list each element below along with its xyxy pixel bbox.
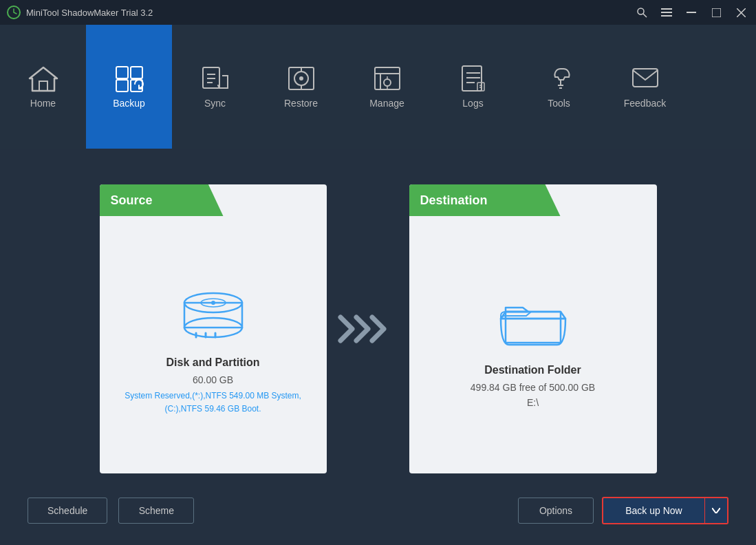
- source-card[interactable]: Source Disk and Pa: [100, 184, 327, 473]
- svg-marker-10: [30, 67, 57, 91]
- destination-header-label: Destination: [420, 193, 488, 208]
- nav-backup-label: Backup: [113, 98, 145, 109]
- nav-logs-label: Logs: [462, 98, 483, 109]
- backup-now-button[interactable]: Back up Now: [602, 497, 705, 524]
- app-logo-icon: [7, 6, 21, 19]
- svg-rect-13: [131, 67, 142, 78]
- nav-item-sync[interactable]: Sync: [172, 25, 258, 149]
- nav-item-tools[interactable]: Tools: [516, 25, 602, 149]
- backup-now-group: Back up Now: [602, 497, 728, 524]
- destination-folder-icon: [495, 291, 571, 353]
- svg-rect-12: [116, 67, 128, 78]
- svg-rect-11: [39, 81, 47, 91]
- bottom-right-buttons: Options Back up Now: [518, 497, 728, 524]
- destination-free-space: 499.84 GB free of 500.00 GB: [471, 382, 595, 393]
- nav-item-manage[interactable]: Manage: [344, 25, 430, 149]
- svg-rect-7: [712, 8, 721, 17]
- svg-rect-15: [131, 80, 142, 92]
- titlebar-left: MiniTool ShadowMaker Trial 3.2: [7, 6, 153, 19]
- backup-icon: [114, 65, 144, 92]
- options-button[interactable]: Options: [518, 498, 594, 524]
- destination-path: E:\: [527, 397, 539, 408]
- nav-item-feedback[interactable]: Feedback: [602, 25, 688, 149]
- nav-item-home[interactable]: Home: [0, 25, 86, 149]
- app-title: MiniTool ShadowMaker Trial 3.2: [26, 8, 153, 18]
- navbar: Home Backup Sync: [0, 25, 756, 149]
- menu-icon[interactable]: [658, 4, 675, 21]
- nav-item-backup[interactable]: Backup: [86, 25, 172, 149]
- main-content: Source Disk and Pa: [0, 149, 756, 545]
- svg-point-28: [384, 79, 391, 86]
- backup-now-dropdown-button[interactable]: [705, 497, 728, 524]
- sync-icon: [200, 65, 230, 92]
- minimize-icon[interactable]: [683, 4, 700, 21]
- bottom-left-buttons: Schedule Scheme: [28, 498, 194, 524]
- logs-icon: [458, 65, 488, 92]
- home-icon: [28, 65, 58, 92]
- nav-restore-label: Restore: [284, 98, 318, 109]
- svg-point-46: [211, 301, 215, 305]
- titlebar: MiniTool ShadowMaker Trial 3.2: [0, 0, 756, 25]
- svg-rect-14: [116, 80, 128, 92]
- restore-icon: [286, 65, 316, 92]
- bottom-bar: Schedule Scheme Options Back up Now: [28, 489, 728, 524]
- cards-row: Source Disk and Pa: [28, 169, 728, 489]
- nav-home-label: Home: [30, 98, 56, 109]
- close-icon[interactable]: [733, 4, 749, 21]
- destination-card[interactable]: Destination Destination Folder 499.84 GB…: [409, 184, 657, 473]
- source-details: System Reserved,(*:),NTFS 549.00 MB Syst…: [125, 389, 301, 416]
- destination-title: Destination Folder: [484, 364, 581, 376]
- nav-sync-label: Sync: [204, 98, 226, 109]
- scheme-button[interactable]: Scheme: [118, 498, 194, 524]
- svg-rect-3: [661, 8, 672, 10]
- feedback-icon: [630, 65, 660, 92]
- tools-icon: [544, 65, 574, 92]
- arrow-container: [327, 312, 409, 346]
- schedule-button[interactable]: Schedule: [28, 498, 107, 524]
- nav-feedback-label: Feedback: [624, 98, 666, 109]
- svg-line-2: [643, 14, 647, 17]
- svg-rect-5: [661, 15, 672, 17]
- svg-point-22: [299, 76, 303, 81]
- source-title: Disk and Partition: [166, 356, 259, 369]
- source-size: 60.00 GB: [193, 374, 233, 385]
- nav-item-logs[interactable]: Logs: [430, 25, 516, 149]
- titlebar-controls: [634, 4, 749, 21]
- svg-rect-4: [661, 12, 672, 13]
- nav-item-restore[interactable]: Restore: [258, 25, 344, 149]
- nav-manage-label: Manage: [369, 98, 404, 109]
- svg-rect-41: [633, 69, 658, 87]
- source-header-label: Source: [111, 193, 153, 208]
- nav-tools-label: Tools: [548, 98, 570, 109]
- search-icon[interactable]: [634, 4, 650, 21]
- source-disk-icon: [175, 284, 251, 345]
- svg-point-1: [638, 8, 644, 14]
- chevron-down-icon: [712, 508, 720, 513]
- forward-arrows-icon: [337, 312, 399, 346]
- maximize-icon[interactable]: [708, 4, 724, 21]
- manage-icon: [372, 65, 402, 92]
- svg-rect-6: [687, 12, 696, 13]
